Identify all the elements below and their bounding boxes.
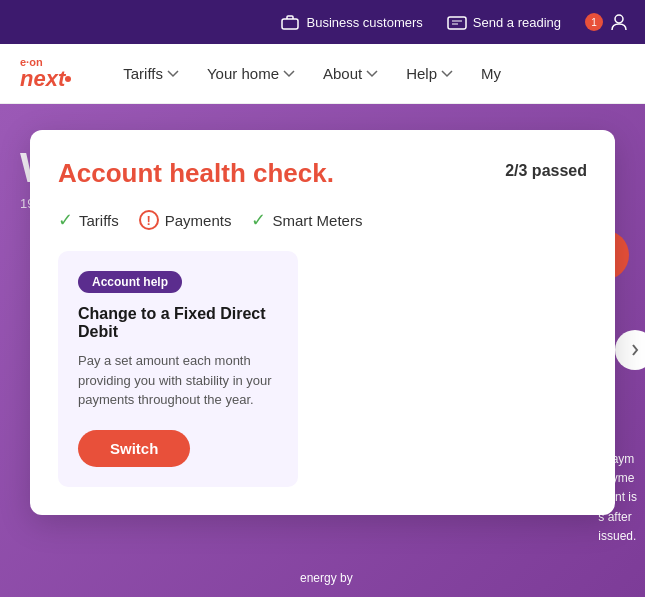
check-payments-warning-icon: ! (139, 210, 159, 230)
health-check-modal: Account health check. 2/3 passed ✓ Tarif… (30, 130, 615, 515)
help-chevron-icon (441, 70, 453, 78)
nav-tariffs[interactable]: Tariffs (111, 57, 191, 90)
nav-items: Tariffs Your home About Help My (111, 57, 625, 90)
check-smart-meters-label: Smart Meters (272, 212, 362, 229)
check-tariffs-label: Tariffs (79, 212, 119, 229)
check-smart-meters: ✓ Smart Meters (251, 209, 362, 231)
check-payments-label: Payments (165, 212, 232, 229)
person-icon (609, 12, 629, 32)
svg-rect-1 (448, 17, 466, 29)
check-smart-meters-icon: ✓ (251, 209, 266, 231)
recommendation-card: Account help Change to a Fixed Direct De… (58, 251, 298, 487)
energy-text: energy by (300, 571, 353, 585)
logo[interactable]: e·on next (20, 57, 71, 90)
check-tariffs: ✓ Tariffs (58, 209, 119, 231)
nav-bar: e·on next Tariffs Your home About Help (0, 44, 645, 104)
nav-about[interactable]: About (311, 57, 390, 90)
nav-your-home[interactable]: Your home (195, 57, 307, 90)
nav-help[interactable]: Help (394, 57, 465, 90)
tariffs-chevron-icon (167, 70, 179, 78)
card-title: Change to a Fixed Direct Debit (78, 305, 278, 341)
business-customers-label: Business customers (306, 15, 422, 30)
send-reading-link[interactable]: Send a reading (447, 12, 561, 32)
health-check-items: ✓ Tariffs ! Payments ✓ Smart Meters (58, 209, 587, 231)
business-customers-link[interactable]: Business customers (280, 12, 422, 32)
send-reading-label: Send a reading (473, 15, 561, 30)
nav-my-account[interactable]: My (469, 57, 513, 90)
about-chevron-icon (366, 70, 378, 78)
chevron-right-icon (628, 343, 642, 357)
check-tariffs-icon: ✓ (58, 209, 73, 231)
svg-point-2 (615, 15, 623, 23)
your-home-chevron-icon (283, 70, 295, 78)
logo-next-text: next (20, 68, 71, 90)
switch-button[interactable]: Switch (78, 430, 190, 467)
briefcase-icon (280, 12, 300, 32)
card-tag: Account help (78, 271, 182, 293)
modal-passed-count: 2/3 passed (505, 162, 587, 180)
logo-dot (65, 76, 71, 82)
meter-icon (447, 12, 467, 32)
modal-title: Account health check. (58, 158, 334, 189)
card-body: Pay a set amount each month providing yo… (78, 351, 278, 410)
top-bar: Business customers Send a reading 1 (0, 0, 645, 44)
check-payments: ! Payments (139, 210, 232, 230)
svg-rect-0 (282, 19, 298, 29)
notifications-button[interactable]: 1 (585, 12, 629, 32)
notification-badge: 1 (585, 13, 603, 31)
modal-header: Account health check. 2/3 passed (58, 158, 587, 189)
